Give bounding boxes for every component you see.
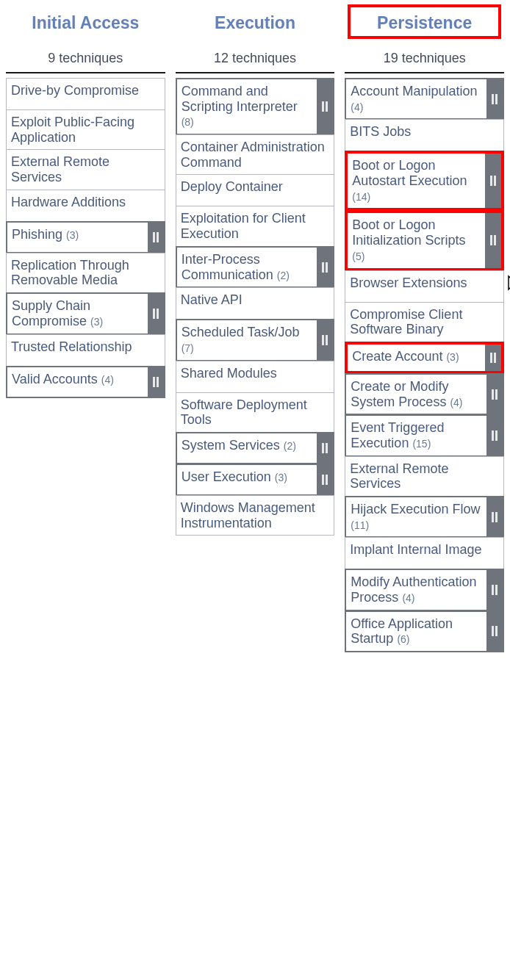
technique-cell[interactable]: External Remote Services (345, 456, 504, 497)
technique-cell[interactable]: Inter-Process Communication (2) (176, 246, 335, 288)
technique-name: Shared Modules (181, 366, 277, 381)
technique-cell[interactable]: Shared Modules (176, 361, 335, 393)
technique-name: System Services (182, 438, 280, 453)
grip-vertical-icon (153, 377, 159, 387)
technique-cell[interactable]: Container Administration Command (176, 134, 335, 175)
expand-handle[interactable] (486, 497, 503, 536)
technique-cell[interactable]: Event Triggered Execution (15) (345, 414, 504, 456)
grip-vertical-icon (492, 430, 498, 441)
technique-cell[interactable]: Browser Extensions (345, 270, 504, 303)
grip-vertical-icon (153, 232, 159, 242)
technique-cell[interactable]: Exploit Public-Facing Application (6, 109, 165, 150)
tactic-column: Execution12 techniquesCommand and Script… (176, 6, 335, 652)
technique-name: Trusted Relationship (11, 339, 132, 354)
expand-handle[interactable] (148, 367, 164, 397)
technique-label: Office Application Startup (6) (346, 612, 486, 651)
technique-name: Browser Extensions (350, 275, 467, 290)
technique-cell[interactable]: Windows Management Instrumentation (176, 495, 335, 536)
technique-cell[interactable]: Replication Through Removable Media (6, 253, 165, 293)
technique-cell[interactable]: Modify Authentication Process (4) (345, 569, 504, 610)
technique-label: Drive-by Compromise (7, 79, 165, 109)
technique-cell[interactable]: Office Application Startup (6) (345, 610, 504, 652)
technique-label: Hijack Execution Flow (11) (346, 497, 486, 536)
technique-cell[interactable]: Drive-by Compromise (6, 78, 165, 110)
expand-handle[interactable] (486, 612, 503, 651)
grip-vertical-icon (492, 626, 498, 636)
technique-label: Supply Chain Compromise (3) (7, 294, 148, 333)
expand-handle[interactable] (486, 416, 503, 455)
technique-label: Create Account (3) (348, 345, 485, 371)
technique-label: Valid Accounts (4) (7, 367, 148, 397)
technique-label: Native API (176, 288, 334, 319)
technique-cell[interactable]: System Services (2) (176, 432, 335, 464)
expand-handle[interactable] (317, 79, 333, 134)
technique-name: Supply Chain Compromise (12, 298, 90, 328)
technique-cell[interactable]: Compromise Client Software Binary (345, 302, 504, 342)
subtechnique-count: (15) (412, 438, 431, 450)
technique-cell[interactable]: Create or Modify System Process (4) (345, 373, 504, 415)
technique-cell[interactable]: Native API (176, 287, 335, 320)
technique-name: Create Account (352, 349, 442, 364)
technique-list: Command and Scripting Interpreter (8)Con… (176, 78, 335, 536)
tactic-header[interactable]: Execution (176, 6, 335, 37)
grip-vertical-icon (490, 353, 496, 363)
technique-label: Shared Modules (176, 361, 334, 392)
subtechnique-count: (11) (351, 519, 369, 531)
technique-cell[interactable]: Hijack Execution Flow (11) (345, 496, 504, 538)
technique-label: Phishing (3) (7, 223, 148, 252)
grip-vertical-icon (492, 585, 498, 595)
technique-cell[interactable]: Deploy Container (176, 174, 335, 206)
technique-cell[interactable]: Hardware Additions (6, 190, 165, 222)
technique-cell[interactable]: Boot or Logon Initialization Scripts (5) (345, 210, 504, 270)
technique-label: Windows Management Instrumentation (176, 496, 334, 535)
technique-cell[interactable]: External Remote Services (6, 149, 165, 190)
expand-handle[interactable] (486, 375, 503, 414)
expand-handle[interactable] (485, 154, 501, 208)
technique-label: Software Deployment Tools (176, 393, 334, 432)
expand-handle[interactable] (148, 294, 164, 333)
divider (6, 72, 165, 73)
technique-count: 9 techniques (6, 37, 165, 72)
technique-cell[interactable]: Scheduled Task/Job (7) (176, 319, 335, 361)
technique-cell[interactable]: Command and Scripting Interpreter (8) (176, 78, 335, 135)
expand-handle[interactable] (317, 248, 333, 287)
technique-cell[interactable]: Account Manipulation (4) (345, 78, 504, 120)
technique-label: Replication Through Removable Media (7, 253, 165, 292)
technique-cell[interactable]: BITS Jobs (345, 119, 504, 151)
technique-cell[interactable]: Boot or Logon Autostart Execution (14) (345, 151, 504, 211)
expand-handle[interactable] (317, 320, 333, 359)
technique-label: Account Manipulation (4) (346, 79, 486, 118)
technique-label: Browser Extensions (345, 271, 503, 302)
grip-vertical-icon (492, 94, 498, 104)
technique-cell[interactable]: Supply Chain Compromise (3) (6, 292, 165, 334)
tactic-header[interactable]: Persistence (349, 6, 500, 37)
technique-cell[interactable]: Trusted Relationship (6, 334, 165, 367)
technique-cell[interactable]: Implant Internal Image (345, 537, 504, 569)
technique-name: Deploy Container (181, 179, 283, 194)
technique-cell[interactable]: Exploitation for Client Execution (176, 206, 335, 246)
technique-name: Software Deployment Tools (181, 397, 307, 428)
grip-vertical-icon (492, 512, 498, 522)
technique-cell[interactable]: Valid Accounts (4) (6, 366, 165, 398)
technique-cell[interactable]: Phishing (3) (6, 221, 165, 253)
expand-handle[interactable] (485, 213, 501, 267)
technique-name: User Execution (182, 469, 271, 484)
subtechnique-count: (4) (101, 374, 114, 386)
technique-cell[interactable]: User Execution (3) (176, 464, 335, 496)
expand-handle[interactable] (317, 433, 333, 463)
technique-label: Inter-Process Communication (2) (177, 248, 317, 287)
expand-handle[interactable] (486, 570, 503, 609)
technique-label: System Services (2) (177, 433, 317, 463)
technique-cell[interactable]: Software Deployment Tools (176, 392, 335, 433)
tactic-header[interactable]: Initial Access (6, 6, 165, 37)
expand-handle[interactable] (485, 345, 501, 371)
expand-handle[interactable] (486, 79, 503, 118)
technique-cell[interactable]: Create Account (3) (345, 342, 504, 374)
technique-name: Command and Scripting Interpreter (182, 84, 298, 114)
technique-label: Container Administration Command (176, 135, 334, 174)
technique-label: Scheduled Task/Job (7) (177, 320, 317, 359)
expand-handle[interactable] (317, 465, 333, 494)
technique-name: Phishing (12, 227, 62, 242)
technique-name: Boot or Logon Autostart Execution (352, 158, 467, 188)
expand-handle[interactable] (148, 223, 164, 252)
